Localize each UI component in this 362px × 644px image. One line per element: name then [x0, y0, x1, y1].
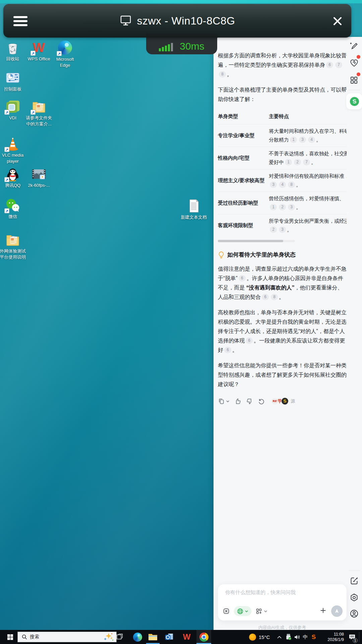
profile-icon[interactable] — [350, 609, 359, 618]
row-desc: 曾经历感情创伤，对爱情持谨慎、 — [269, 194, 347, 203]
desktop-icon-wps-office[interactable]: W WPS Office — [25, 40, 53, 62]
taskbar-clock[interactable]: 11:08 2026/1/9 — [319, 632, 344, 642]
sogou-icon: S — [311, 633, 316, 641]
taskbar-wps[interactable]: W — [180, 630, 193, 644]
citation-badge[interactable]: 2 — [270, 226, 277, 233]
citation-badge[interactable]: 6 — [262, 294, 269, 300]
task-view-button[interactable] — [113, 630, 126, 644]
icon-label: 控制面板 — [0, 86, 27, 92]
search-icon — [22, 634, 27, 640]
citation-badge[interactable]: 8 — [288, 181, 295, 188]
recycle-bin-icon — [5, 40, 20, 55]
citation-badge[interactable]: 4 — [279, 181, 286, 188]
desktop-icon-wechat[interactable]: 微信 — [0, 198, 27, 220]
table-row: 受过往经历影响型 曾经历感情创伤，对爱情持谨慎、 123。 — [218, 192, 347, 214]
ai-write-icon[interactable] — [350, 42, 358, 50]
citation-badge[interactable]: 3 — [288, 204, 295, 210]
apps-grid-icon[interactable] — [350, 76, 358, 85]
windows-logo-icon — [7, 634, 13, 640]
citation-badge[interactable]: 8 — [271, 294, 278, 300]
regenerate-button[interactable] — [258, 398, 265, 405]
desktop-icon-new-text-document[interactable]: 新建文本文档 — [180, 199, 208, 220]
assistant-logo-card[interactable]: S — [346, 93, 362, 109]
taskbar-edge[interactable] — [131, 630, 144, 644]
col-header: 主要特点 — [269, 112, 347, 121]
video-thumbnail-icon — [32, 167, 46, 181]
scrollbar-thumb[interactable] — [218, 240, 283, 242]
citation-badge[interactable]: 7 — [335, 62, 342, 68]
taskbar-chrome[interactable] — [196, 630, 211, 644]
citation-badge[interactable]: 2 — [279, 204, 286, 210]
thumbs-up-icon — [234, 398, 241, 405]
citation-badge[interactable]: 1 — [285, 159, 292, 165]
citation-badge[interactable]: 6 — [224, 347, 231, 353]
desktop-icon-tencent-qq[interactable]: 腾讯QQ — [0, 167, 27, 189]
desktop-icon-plan-folder[interactable]: 请参考文件夹中的方案介... — [25, 99, 53, 127]
tray-volume[interactable] — [292, 630, 302, 644]
row-type: 客观环境限制型 — [218, 221, 269, 230]
taskbar-file-explorer[interactable] — [146, 630, 160, 644]
text-document-icon — [186, 199, 201, 213]
taskbar-search-box[interactable]: 搜索 — [17, 632, 117, 642]
desktop-icon-video-file[interactable]: 2k-60fps-... — [25, 167, 53, 189]
desktop-icon-vdi[interactable]: VDI — [0, 99, 27, 121]
citation-badge[interactable]: 8 — [219, 71, 226, 77]
rail-divider — [349, 90, 360, 90]
settings-icon[interactable] — [350, 593, 359, 602]
tools-menu[interactable] — [255, 608, 267, 615]
table-horizontal-scrollbar[interactable] — [218, 240, 295, 242]
citation-badge[interactable]: 6 — [239, 275, 246, 281]
thumbs-up-button[interactable] — [234, 398, 241, 405]
citation-badge[interactable]: 1 — [290, 137, 297, 143]
new-chat-icon[interactable] — [350, 576, 359, 585]
desktop-icon-recycle-bin[interactable]: 回收站 — [0, 40, 27, 62]
citation-badge[interactable]: 2 — [294, 159, 301, 165]
citation-badge[interactable]: 6 — [326, 62, 333, 68]
desktop-icon-vlc[interactable]: VLC media player — [0, 137, 27, 164]
start-button[interactable] — [3, 630, 17, 644]
search-placeholder: 搜索 — [30, 634, 39, 640]
row-desc: 不善于表达情感，喜欢独处，社交圈 — [269, 149, 347, 158]
table-row: 客观环境限制型 所学专业男女比例严重失衡，或经济 23。 — [218, 214, 347, 236]
sources-group[interactable]: 网易 学 S 源 — [272, 396, 295, 406]
taskbar-outlook[interactable] — [163, 630, 176, 644]
section-title: 如何看待大学里的单身状态 — [227, 250, 296, 260]
notification-center-button[interactable]: 1 — [346, 630, 358, 644]
citation-badge[interactable]: 3 — [299, 137, 306, 143]
health-care-icon[interactable] — [350, 58, 359, 67]
row-desc: 分散精力 — [269, 137, 289, 143]
tray-ime-indicator[interactable]: 中 — [301, 630, 310, 644]
copy-button[interactable] — [218, 398, 230, 405]
row-type: 受过往经历影响型 — [218, 199, 269, 207]
skills-icon[interactable] — [223, 607, 230, 615]
row-type: 专注学业/事业型 — [218, 131, 269, 140]
desktop-icon-control-panel[interactable]: 控制面板 — [0, 70, 27, 92]
citation-badge[interactable]: 6 — [246, 337, 253, 344]
web-search-toggle[interactable] — [234, 606, 251, 616]
attach-button[interactable] — [319, 607, 327, 615]
desktop-icon-microsoft-edge[interactable]: Microsoft Edge — [51, 40, 79, 68]
citation-badge[interactable]: 1 — [270, 204, 277, 210]
citation-badge[interactable]: 3 — [279, 226, 286, 233]
icon-label: VLC media player — [0, 152, 27, 164]
tray-expand-button[interactable] — [275, 630, 284, 644]
thumbs-down-button[interactable] — [246, 398, 253, 405]
tray-sogou-input[interactable]: S — [309, 630, 318, 644]
shortcut-arrow-icon — [4, 147, 9, 152]
tray-usb-device[interactable] — [284, 630, 293, 644]
table-row: 专注学业/事业型 将大量时间和精力投入在学习、科研 分散精力134。 — [218, 124, 347, 147]
citation-badge[interactable]: 3 — [270, 181, 277, 188]
desktop-icon-extranet-folder[interactable]: 外网体验测试平台使用说明 — [0, 232, 27, 260]
shortcut-arrow-icon — [4, 110, 9, 115]
row-desc: 对爱情和伴侣有较高的期待和标准， — [269, 172, 347, 180]
send-button[interactable] — [331, 605, 343, 617]
citation-badge[interactable]: 7 — [303, 159, 310, 165]
row-desc-end: 。 — [287, 227, 292, 232]
desktop-top-highlight — [0, 0, 362, 3]
close-session-button[interactable] — [333, 16, 343, 26]
taskbar-weather[interactable]: 15°C — [245, 630, 274, 644]
chat-input[interactable] — [225, 589, 335, 595]
chevron-up-icon — [277, 636, 282, 639]
citation-badge[interactable]: 4 — [308, 137, 315, 143]
session-title-text: szwx - Win10-8C8G — [137, 15, 235, 27]
